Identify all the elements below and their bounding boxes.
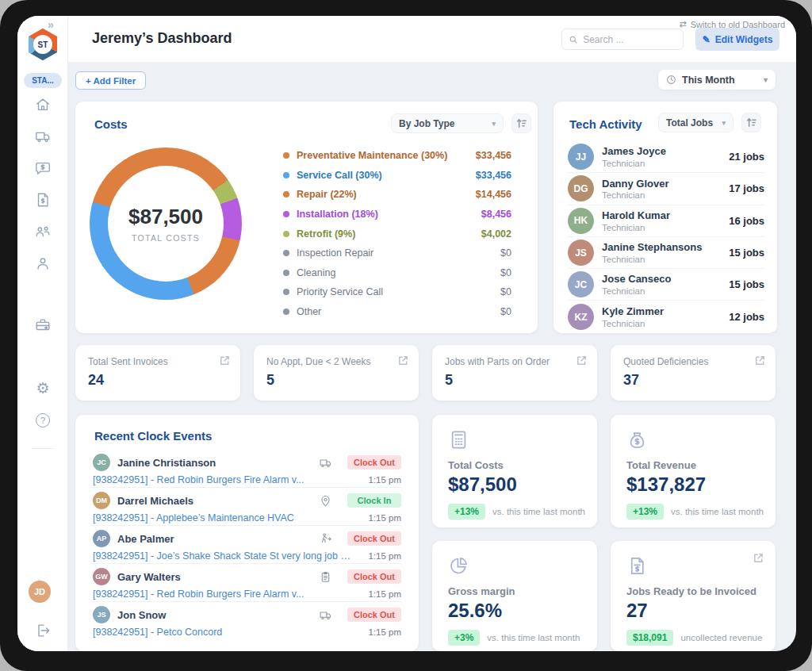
sidebar-item-logout[interactable] — [33, 621, 52, 640]
legend-value: $33,456 — [476, 150, 511, 161]
legend-dot — [283, 250, 289, 256]
truck-icon — [319, 456, 332, 470]
tech-row[interactable]: HK Harold Kumar Technician 16 jobs — [568, 205, 764, 237]
legend-value: $0 — [500, 286, 511, 297]
logo-monogram: ST — [33, 35, 52, 54]
tech-metric-dropdown[interactable]: Total Jobs ▾ — [658, 113, 733, 132]
tech-list: JJ James Joyce Technician 21 jobs DG Dan… — [568, 141, 764, 333]
add-filter-button[interactable]: + Add Filter — [75, 71, 146, 90]
avatar: HK — [568, 208, 594, 234]
clock-out-badge[interactable]: Clock Out — [347, 569, 401, 584]
legend-item: Retrofit (9%) $4,002 — [283, 224, 511, 243]
legend-value: $0 — [500, 306, 511, 317]
legend-value: $4,002 — [481, 228, 511, 240]
sidebar: » ST STA... ⚙ ? JD — [17, 16, 68, 651]
chat-dollar-icon — [34, 159, 52, 177]
sidebar-item-settings[interactable]: ⚙ — [33, 378, 52, 397]
external-link-icon[interactable] — [219, 355, 231, 370]
avatar: AP — [93, 530, 110, 547]
stat-card-parts-on-order[interactable]: Jobs with Parts on Order 5 — [432, 345, 597, 401]
legend-label[interactable]: Preventative Maintenance (30%) — [297, 150, 447, 161]
metric-card-total-costs[interactable]: Total Costs $87,500 +13% vs. this time l… — [432, 415, 597, 527]
edit-widgets-label: Edit Widgets — [715, 34, 773, 45]
total-costs-value: $87,500 — [128, 205, 203, 229]
metric-card-jobs-ready-invoice[interactable]: Jobs Ready to be Invoiced 27 $18,091 unc… — [611, 541, 776, 651]
job-link[interactable]: [938242951] - Petco Concord — [93, 627, 222, 638]
document-dollar-icon — [34, 191, 52, 209]
people-icon — [34, 223, 52, 240]
costs-legend: Preventative Maintenance (30%) $33,456 S… — [283, 146, 511, 321]
legend-label[interactable]: Service Call (30%) — [297, 170, 382, 181]
clock-event-time: 1:15 pm — [368, 627, 401, 637]
job-link[interactable]: [938242951] - Red Robin Burgers Fire Ala… — [93, 474, 304, 485]
legend-item: Cleaning $0 — [283, 263, 511, 283]
clock-out-badge[interactable]: Clock Out — [347, 531, 401, 546]
walking-person-icon — [319, 532, 332, 546]
sidebar-item-quotes[interactable] — [33, 159, 52, 178]
clock-out-badge[interactable]: Clock Out — [347, 608, 401, 622]
external-link-icon[interactable] — [576, 355, 588, 370]
sidebar-item-help[interactable]: ? — [33, 411, 52, 430]
page-title: Jeremy’s Dashboard — [92, 30, 232, 47]
money-bag-icon — [626, 429, 648, 454]
legend-dot — [283, 289, 289, 295]
sort-icon — [745, 117, 757, 128]
external-link-icon[interactable] — [397, 355, 409, 370]
delta-badge: +3% — [448, 630, 480, 646]
external-link-icon[interactable] — [753, 552, 764, 567]
user-avatar[interactable]: JD — [29, 581, 51, 603]
sidebar-item-team[interactable] — [33, 222, 52, 241]
sidebar-item-inventory[interactable] — [33, 316, 52, 335]
stat-card-no-appt[interactable]: No Appt, Due < 2 Weeks 5 — [254, 345, 419, 401]
clock-in-badge[interactable]: Clock In — [347, 493, 401, 508]
tech-row[interactable]: JS Janine Stephansons Technician 15 jobs — [568, 237, 764, 269]
tech-sort-button[interactable] — [741, 113, 761, 132]
tech-row[interactable]: JJ James Joyce Technician 21 jobs — [568, 141, 764, 173]
stat-card-quoted-deficiencies[interactable]: Quoted Deficiencies 37 — [611, 345, 776, 401]
pie-chart-icon — [448, 555, 469, 580]
metric-card-total-revenue[interactable]: Total Revenue $137,827 +13% vs. this tim… — [611, 415, 776, 527]
costs-groupby-dropdown[interactable]: By Job Type ▾ — [391, 113, 504, 133]
legend-label[interactable]: Installation (18%) — [297, 209, 378, 220]
tech-row[interactable]: DG Danny Glover Technician 17 jobs — [568, 173, 764, 205]
clock-event-time: 1:15 pm — [368, 513, 401, 523]
legend-label[interactable]: Other — [297, 306, 321, 317]
workspace-pill[interactable]: STA... — [24, 73, 62, 88]
sidebar-item-customers[interactable] — [33, 254, 52, 273]
costs-sort-button[interactable] — [511, 113, 531, 133]
chevron-down-icon: ▾ — [764, 75, 768, 84]
tech-row[interactable]: JC Jose Canseco Technician 15 jobs — [568, 269, 764, 301]
metric-card-gross-margin[interactable]: Gross margin 25.6% +3% vs. this time las… — [432, 541, 597, 651]
tech-row[interactable]: KZ Kyle Zimmer Technician 12 jobs — [568, 301, 764, 332]
tech-jobs-count: 12 jobs — [729, 311, 764, 323]
sidebar-item-invoices[interactable] — [33, 190, 52, 209]
job-link[interactable]: [938242951] - Joe’s Shake Shack State St… — [93, 550, 354, 562]
stat-card-total-sent-invoices[interactable]: Total Sent Invoices 24 — [75, 345, 240, 401]
sidebar-item-home[interactable] — [33, 95, 52, 114]
legend-label[interactable]: Inspection Repair — [297, 247, 373, 259]
chevron-down-icon: ▾ — [492, 120, 496, 128]
stat-value: 5 — [445, 372, 453, 389]
costs-widget-title: Costs — [94, 117, 128, 131]
clock-out-badge[interactable]: Clock Out — [347, 455, 401, 470]
servicetitan-logo[interactable]: ST — [26, 28, 59, 61]
edit-widgets-button[interactable]: ✎ Edit Widgets — [695, 28, 779, 51]
stat-value: 37 — [623, 372, 639, 389]
legend-label[interactable]: Repair (22%) — [297, 189, 357, 200]
clock-event-name: Abe Palmer — [117, 533, 174, 545]
legend-label[interactable]: Cleaning — [297, 267, 335, 278]
search-input[interactable] — [583, 34, 676, 45]
switch-arrows-icon: ⇄ — [680, 19, 687, 29]
avatar: GW — [93, 568, 110, 585]
sidebar-item-dispatch[interactable] — [33, 127, 52, 146]
external-link-icon[interactable] — [754, 355, 766, 370]
period-dropdown[interactable]: This Month ▾ — [658, 70, 776, 90]
legend-label[interactable]: Retrofit (9%) — [297, 228, 355, 240]
avatar: JS — [568, 240, 594, 266]
costs-widget: Costs By Job Type ▾ $87,500 TOTAL COSTS … — [75, 102, 538, 333]
legend-label[interactable]: Priority Service Call — [297, 286, 383, 297]
sidebar-expand-icon[interactable]: » — [48, 18, 52, 31]
metric-label: Gross margin — [448, 585, 515, 597]
job-link[interactable]: [938242951] - Applebee’s Maintenance HVA… — [93, 512, 294, 523]
job-link[interactable]: [938242951] - Red Robin Burgers Fire Ala… — [93, 589, 304, 600]
